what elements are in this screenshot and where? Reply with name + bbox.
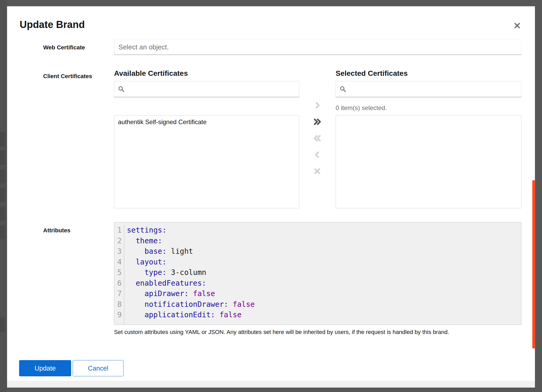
selected-certificates-search[interactable] xyxy=(336,81,521,97)
available-certificates-search[interactable] xyxy=(114,81,299,97)
search-icon xyxy=(340,86,346,93)
update-brand-modal: Update Brand Web Certificate Client Cert… xyxy=(7,6,535,388)
x-icon xyxy=(313,167,321,175)
selected-count-text: 0 item(s) selected. xyxy=(336,104,387,112)
modal-title: Update Brand xyxy=(20,18,85,31)
backdrop-sidebar-item xyxy=(0,151,5,165)
move-all-left-button[interactable] xyxy=(312,132,323,144)
selected-certificates-list xyxy=(336,115,521,208)
double-chevron-right-icon xyxy=(313,118,321,126)
line-number: 1 xyxy=(114,225,122,236)
chevron-left-icon xyxy=(313,151,321,159)
available-certificates-heading: Available Certificates xyxy=(114,69,188,78)
attributes-code-editor[interactable]: 123456789 settings: theme: base: light l… xyxy=(114,222,521,325)
attributes-label: Attributes xyxy=(43,227,70,234)
backdrop-sidebar-item xyxy=(0,132,5,146)
update-button[interactable]: Update xyxy=(19,360,71,376)
move-selected-right-button[interactable] xyxy=(312,100,323,111)
code-line: settings: xyxy=(127,225,521,236)
backdrop-sidebar-item xyxy=(0,225,5,239)
modal-footer-strip xyxy=(7,381,535,388)
code-line: enabledFeatures: xyxy=(127,278,521,289)
close-icon xyxy=(513,22,521,29)
backdrop-sidebar-item xyxy=(0,188,5,202)
clear-selection-button[interactable] xyxy=(312,165,323,177)
certificate-option[interactable]: authentik Self-signed Certificate xyxy=(114,116,299,129)
line-number: 5 xyxy=(114,267,122,278)
line-number: 2 xyxy=(114,236,122,246)
available-search-input[interactable] xyxy=(128,85,295,93)
attributes-help-text: Set custom attributes using YAML or JSON… xyxy=(114,328,522,336)
line-number: 6 xyxy=(114,278,122,289)
code-line: apiDrawer: false xyxy=(127,289,521,299)
search-icon xyxy=(118,86,125,93)
transfer-controls xyxy=(307,100,328,184)
editor-gutter: 123456789 xyxy=(114,225,124,325)
cancel-button[interactable]: Cancel xyxy=(73,360,123,376)
line-number: 9 xyxy=(114,310,122,320)
move-all-right-button[interactable] xyxy=(312,116,323,128)
double-chevron-left-icon xyxy=(313,134,321,142)
line-number: 4 xyxy=(114,257,122,268)
line-number: 8 xyxy=(114,299,122,310)
line-number: 3 xyxy=(114,246,122,257)
backdrop-sidebar-item xyxy=(0,318,5,332)
backdrop-sidebar-item xyxy=(0,207,5,221)
client-certificates-label: Client Certificates xyxy=(43,73,92,80)
selected-search-input[interactable] xyxy=(349,85,517,93)
code-line: theme: xyxy=(127,236,521,246)
selected-certificates-heading: Selected Certificates xyxy=(336,69,408,78)
code-line: applicationEdit: false xyxy=(127,310,521,320)
available-certificates-list: authentik Self-signed Certificate xyxy=(114,115,299,208)
editor-code[interactable]: settings: theme: base: light layout: typ… xyxy=(124,225,521,325)
close-button[interactable] xyxy=(511,20,523,31)
code-line: layout: xyxy=(127,257,521,268)
backdrop-sidebar-item xyxy=(0,169,5,183)
code-line: notificationDrawer: false xyxy=(127,299,521,310)
code-line: base: light xyxy=(127,246,521,257)
scroll-indicator-bar xyxy=(532,180,535,348)
line-number: 7 xyxy=(114,289,122,299)
web-certificate-input[interactable] xyxy=(114,39,521,55)
chevron-right-icon xyxy=(313,101,321,109)
code-line: type: 3-column xyxy=(127,267,521,278)
web-certificate-label: Web Certificate xyxy=(43,44,85,51)
move-selected-left-button[interactable] xyxy=(312,149,323,160)
